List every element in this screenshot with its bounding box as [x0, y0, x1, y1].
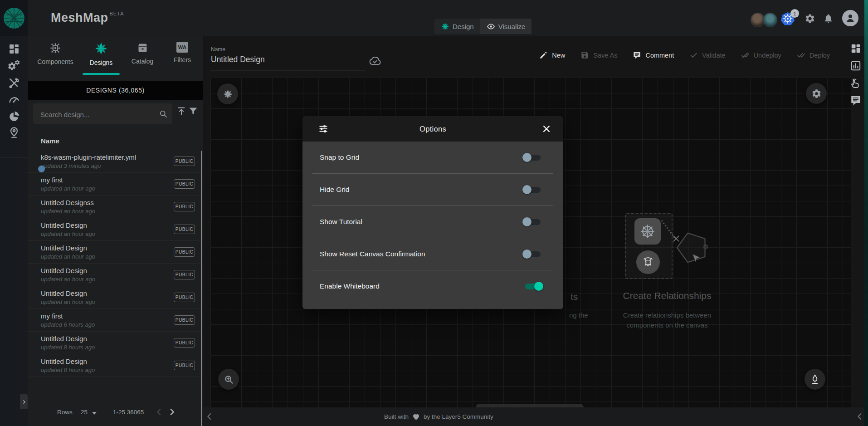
- import-design-icon[interactable]: [176, 106, 187, 117]
- tab-filters[interactable]: WA Filters: [161, 42, 203, 64]
- pagination-bar: Rows 25 1-25 36065: [28, 399, 203, 426]
- canvas-footer: Built with by the Layer5 Community: [203, 407, 868, 426]
- performance-gauge-icon[interactable]: [8, 93, 20, 106]
- design-name: Untitled Design: [41, 357, 87, 365]
- design-name: Untitled Designss: [41, 199, 94, 206]
- whiteboard-pen-button[interactable]: [805, 369, 825, 390]
- reset-canvas-confirmation-toggle[interactable]: [522, 249, 543, 259]
- canvas-toolbar: New Save As Comment Validate Undeploy De…: [539, 51, 830, 59]
- design-row[interactable]: Untitled Designss updated an hour ago PU…: [28, 196, 201, 218]
- obscured-card-caption-fragment: ng the: [569, 311, 588, 319]
- design-row[interactable]: Untitled Design updated an hour ago PUBL…: [28, 264, 201, 286]
- user-avatar[interactable]: [842, 10, 858, 26]
- new-button[interactable]: New: [539, 51, 565, 59]
- floppy-save-icon: [580, 51, 589, 59]
- tab-catalog[interactable]: Catalog: [122, 42, 163, 65]
- dashboard-icon[interactable]: [8, 43, 20, 55]
- search-icon: [159, 109, 168, 118]
- page-edge-scrollbar[interactable]: [864, 0, 868, 426]
- rail-expand-chevron[interactable]: [20, 394, 28, 409]
- app-logo[interactable]: [0, 0, 28, 36]
- configuration-tools-icon[interactable]: [8, 77, 20, 89]
- enable-whiteboard-toggle[interactable]: [522, 281, 543, 291]
- hide-grid-toggle[interactable]: [522, 185, 543, 195]
- visibility-badge: PUBLIC: [174, 247, 195, 257]
- canvas-actions-button[interactable]: [217, 83, 238, 104]
- show-tutorial-toggle[interactable]: [522, 217, 543, 227]
- design-updated: updated 3 minutes ago: [41, 162, 101, 169]
- design-row[interactable]: Untitled Design updated an hour ago PUBL…: [28, 286, 201, 309]
- onboarding-caption-line1: Create relationships between: [608, 310, 726, 320]
- design-row[interactable]: Untitled Design updated an hour ago PUBL…: [28, 241, 201, 264]
- check-icon: [689, 51, 698, 59]
- page-range: 1-25 36065: [113, 409, 144, 416]
- prev-page-chevron-icon[interactable]: [154, 407, 164, 417]
- save-as-button-label: Save As: [593, 52, 617, 59]
- pentagon-shape: [677, 233, 705, 263]
- tab-designs[interactable]: Designs: [80, 42, 122, 66]
- settings-gear-icon[interactable]: [805, 13, 815, 24]
- rail-divider: [0, 157, 28, 157]
- chat-bubble-icon[interactable]: [850, 94, 862, 106]
- extensions-pie-icon[interactable]: [8, 110, 20, 123]
- tab-visualize[interactable]: Visualize: [480, 19, 532, 34]
- rows-per-page-select[interactable]: 25: [81, 409, 88, 416]
- options-modal-header: Options: [302, 116, 563, 142]
- collaborator-avatar-2[interactable]: [763, 13, 777, 27]
- design-row[interactable]: k8s-wasm-plugin-ratelimiter.yml updated …: [28, 150, 201, 173]
- zoom-in-button[interactable]: [218, 369, 239, 390]
- notifications-bell-icon[interactable]: [823, 13, 834, 24]
- design-name-input[interactable]: Untitled Design: [211, 55, 265, 64]
- validate-button-label: Validate: [702, 52, 725, 59]
- visibility-badge: PUBLIC: [174, 361, 195, 370]
- filter-funnel-icon[interactable]: [188, 106, 199, 117]
- undeploy-button[interactable]: Undeploy: [741, 51, 781, 59]
- chevron-down-icon[interactable]: [92, 412, 97, 415]
- right-tool-rail: [850, 43, 862, 106]
- collapse-left-chevron-icon[interactable]: [205, 410, 215, 423]
- left-nav-rail: ? v0.6.176: [0, 36, 28, 426]
- gesture-touch-icon[interactable]: [850, 77, 862, 89]
- tab-design[interactable]: Design: [434, 19, 480, 34]
- meshery-mascot-icon: [640, 255, 656, 270]
- pencil-icon: [539, 51, 548, 59]
- design-row[interactable]: Untitled Design updated 8 hours ago PUBL…: [28, 354, 201, 377]
- panel-scrollbar[interactable]: [201, 151, 202, 426]
- kanvas-pin-icon[interactable]: [8, 126, 20, 139]
- option-label: Snap to Grid: [320, 153, 359, 162]
- tab-components[interactable]: Components: [34, 42, 76, 65]
- chevron-right-icon: [21, 399, 27, 405]
- option-row-snap-to-grid: Snap to Grid: [302, 142, 563, 173]
- deploy-button[interactable]: Deploy: [797, 51, 830, 59]
- collapse-right-chevron-icon[interactable]: [855, 410, 865, 423]
- visibility-badge: PUBLIC: [174, 225, 195, 234]
- design-row[interactable]: Untitled Design updated 8 hours ago PUBL…: [28, 332, 201, 354]
- search-input[interactable]: [39, 103, 155, 125]
- comment-button[interactable]: Comment: [633, 51, 674, 59]
- design-row[interactable]: my first updated an hour ago PUBLIC: [28, 173, 201, 196]
- meshmap-app: MeshMapBETA Design Visualize 1: [0, 0, 868, 426]
- validate-button[interactable]: Validate: [689, 51, 725, 59]
- layouts-grid-icon[interactable]: [850, 43, 862, 54]
- option-row-hide-grid: Hide Grid: [302, 174, 563, 206]
- close-icon[interactable]: [541, 124, 551, 134]
- visibility-badge: PUBLIC: [174, 270, 195, 279]
- canvas-settings-button[interactable]: [806, 83, 827, 104]
- design-row[interactable]: Untitled Design updated an hour ago PUBL…: [28, 218, 201, 241]
- pen-nib-icon: [809, 374, 820, 385]
- design-list: k8s-wasm-plugin-ratelimiter.yml updated …: [28, 150, 201, 377]
- dashboard-chart-icon[interactable]: [850, 60, 862, 72]
- zoom-in-icon: [224, 374, 234, 385]
- tab-components-label: Components: [37, 58, 73, 65]
- meshery-spiral-icon: [441, 22, 449, 31]
- design-name: Untitled Design: [41, 244, 87, 252]
- footer-credit-suffix: by the Layer5 Community: [424, 413, 493, 420]
- design-row[interactable]: my first updated 6 hours ago PUBLIC: [28, 309, 201, 332]
- snap-to-grid-toggle[interactable]: [522, 152, 543, 162]
- crossed-checks-icon: [741, 51, 750, 59]
- lifecycle-gears-icon[interactable]: [8, 59, 20, 72]
- tab-design-label: Design: [453, 23, 474, 30]
- mode-switcher: Design Visualize: [434, 19, 532, 34]
- next-page-chevron-icon[interactable]: [167, 407, 177, 417]
- save-as-button[interactable]: Save As: [580, 51, 617, 59]
